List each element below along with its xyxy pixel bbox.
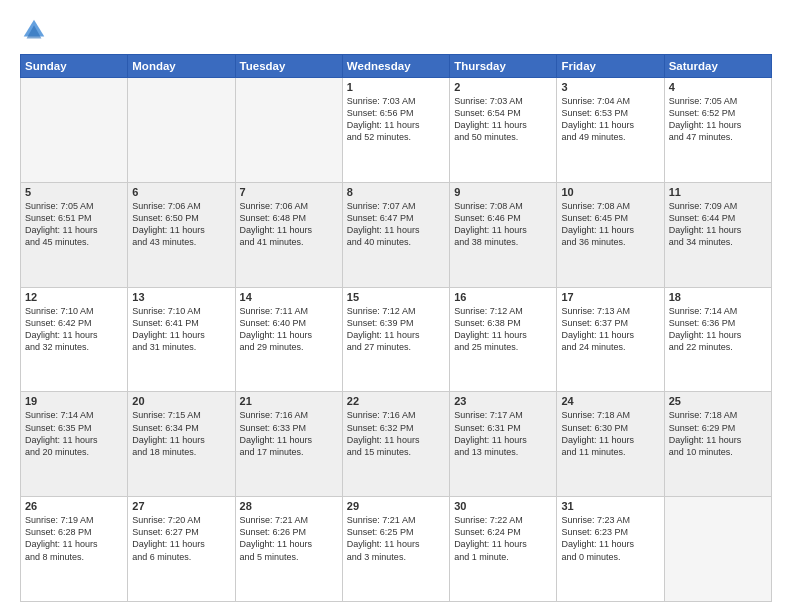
day-number: 29	[347, 500, 445, 512]
day-number: 9	[454, 186, 552, 198]
day-info: Sunrise: 7:03 AM Sunset: 6:56 PM Dayligh…	[347, 95, 445, 144]
calendar-day: 14Sunrise: 7:11 AM Sunset: 6:40 PM Dayli…	[235, 287, 342, 392]
calendar-day: 10Sunrise: 7:08 AM Sunset: 6:45 PM Dayli…	[557, 182, 664, 287]
day-number: 2	[454, 81, 552, 93]
calendar-day: 31Sunrise: 7:23 AM Sunset: 6:23 PM Dayli…	[557, 497, 664, 602]
calendar-day: 28Sunrise: 7:21 AM Sunset: 6:26 PM Dayli…	[235, 497, 342, 602]
calendar-day: 1Sunrise: 7:03 AM Sunset: 6:56 PM Daylig…	[342, 78, 449, 183]
day-number: 18	[669, 291, 767, 303]
weekday-header-tuesday: Tuesday	[235, 55, 342, 78]
day-number: 12	[25, 291, 123, 303]
day-info: Sunrise: 7:12 AM Sunset: 6:38 PM Dayligh…	[454, 305, 552, 354]
day-info: Sunrise: 7:16 AM Sunset: 6:33 PM Dayligh…	[240, 409, 338, 458]
calendar-day: 12Sunrise: 7:10 AM Sunset: 6:42 PM Dayli…	[21, 287, 128, 392]
day-number: 24	[561, 395, 659, 407]
calendar-day: 23Sunrise: 7:17 AM Sunset: 6:31 PM Dayli…	[450, 392, 557, 497]
weekday-header-wednesday: Wednesday	[342, 55, 449, 78]
calendar-day: 11Sunrise: 7:09 AM Sunset: 6:44 PM Dayli…	[664, 182, 771, 287]
calendar-day: 15Sunrise: 7:12 AM Sunset: 6:39 PM Dayli…	[342, 287, 449, 392]
calendar-day: 18Sunrise: 7:14 AM Sunset: 6:36 PM Dayli…	[664, 287, 771, 392]
day-number: 10	[561, 186, 659, 198]
day-number: 31	[561, 500, 659, 512]
day-info: Sunrise: 7:08 AM Sunset: 6:46 PM Dayligh…	[454, 200, 552, 249]
calendar-day: 17Sunrise: 7:13 AM Sunset: 6:37 PM Dayli…	[557, 287, 664, 392]
day-number: 17	[561, 291, 659, 303]
calendar-day: 27Sunrise: 7:20 AM Sunset: 6:27 PM Dayli…	[128, 497, 235, 602]
day-number: 14	[240, 291, 338, 303]
calendar-day: 24Sunrise: 7:18 AM Sunset: 6:30 PM Dayli…	[557, 392, 664, 497]
header	[20, 16, 772, 44]
calendar-day: 21Sunrise: 7:16 AM Sunset: 6:33 PM Dayli…	[235, 392, 342, 497]
day-info: Sunrise: 7:18 AM Sunset: 6:30 PM Dayligh…	[561, 409, 659, 458]
calendar-day: 22Sunrise: 7:16 AM Sunset: 6:32 PM Dayli…	[342, 392, 449, 497]
calendar-week-3: 12Sunrise: 7:10 AM Sunset: 6:42 PM Dayli…	[21, 287, 772, 392]
calendar-day: 3Sunrise: 7:04 AM Sunset: 6:53 PM Daylig…	[557, 78, 664, 183]
day-number: 20	[132, 395, 230, 407]
day-info: Sunrise: 7:21 AM Sunset: 6:25 PM Dayligh…	[347, 514, 445, 563]
calendar-day	[21, 78, 128, 183]
weekday-header-sunday: Sunday	[21, 55, 128, 78]
day-info: Sunrise: 7:04 AM Sunset: 6:53 PM Dayligh…	[561, 95, 659, 144]
day-number: 4	[669, 81, 767, 93]
calendar-day: 5Sunrise: 7:05 AM Sunset: 6:51 PM Daylig…	[21, 182, 128, 287]
day-number: 1	[347, 81, 445, 93]
calendar-week-2: 5Sunrise: 7:05 AM Sunset: 6:51 PM Daylig…	[21, 182, 772, 287]
calendar-table: SundayMondayTuesdayWednesdayThursdayFrid…	[20, 54, 772, 602]
day-info: Sunrise: 7:10 AM Sunset: 6:42 PM Dayligh…	[25, 305, 123, 354]
calendar-day	[235, 78, 342, 183]
day-number: 27	[132, 500, 230, 512]
day-info: Sunrise: 7:06 AM Sunset: 6:50 PM Dayligh…	[132, 200, 230, 249]
calendar-day: 26Sunrise: 7:19 AM Sunset: 6:28 PM Dayli…	[21, 497, 128, 602]
day-info: Sunrise: 7:15 AM Sunset: 6:34 PM Dayligh…	[132, 409, 230, 458]
calendar-day: 4Sunrise: 7:05 AM Sunset: 6:52 PM Daylig…	[664, 78, 771, 183]
calendar-week-1: 1Sunrise: 7:03 AM Sunset: 6:56 PM Daylig…	[21, 78, 772, 183]
calendar-day: 20Sunrise: 7:15 AM Sunset: 6:34 PM Dayli…	[128, 392, 235, 497]
day-info: Sunrise: 7:14 AM Sunset: 6:35 PM Dayligh…	[25, 409, 123, 458]
weekday-header-saturday: Saturday	[664, 55, 771, 78]
weekday-header-monday: Monday	[128, 55, 235, 78]
day-number: 13	[132, 291, 230, 303]
day-info: Sunrise: 7:14 AM Sunset: 6:36 PM Dayligh…	[669, 305, 767, 354]
calendar-header-row: SundayMondayTuesdayWednesdayThursdayFrid…	[21, 55, 772, 78]
calendar-day	[128, 78, 235, 183]
calendar-week-5: 26Sunrise: 7:19 AM Sunset: 6:28 PM Dayli…	[21, 497, 772, 602]
day-info: Sunrise: 7:05 AM Sunset: 6:51 PM Dayligh…	[25, 200, 123, 249]
calendar-day	[664, 497, 771, 602]
day-number: 7	[240, 186, 338, 198]
calendar-day: 29Sunrise: 7:21 AM Sunset: 6:25 PM Dayli…	[342, 497, 449, 602]
weekday-header-friday: Friday	[557, 55, 664, 78]
day-number: 23	[454, 395, 552, 407]
day-info: Sunrise: 7:11 AM Sunset: 6:40 PM Dayligh…	[240, 305, 338, 354]
day-info: Sunrise: 7:09 AM Sunset: 6:44 PM Dayligh…	[669, 200, 767, 249]
day-number: 19	[25, 395, 123, 407]
day-info: Sunrise: 7:06 AM Sunset: 6:48 PM Dayligh…	[240, 200, 338, 249]
day-number: 25	[669, 395, 767, 407]
day-number: 26	[25, 500, 123, 512]
calendar-day: 6Sunrise: 7:06 AM Sunset: 6:50 PM Daylig…	[128, 182, 235, 287]
day-info: Sunrise: 7:03 AM Sunset: 6:54 PM Dayligh…	[454, 95, 552, 144]
day-info: Sunrise: 7:07 AM Sunset: 6:47 PM Dayligh…	[347, 200, 445, 249]
weekday-header-thursday: Thursday	[450, 55, 557, 78]
logo-icon	[20, 16, 48, 44]
calendar-day: 9Sunrise: 7:08 AM Sunset: 6:46 PM Daylig…	[450, 182, 557, 287]
day-info: Sunrise: 7:10 AM Sunset: 6:41 PM Dayligh…	[132, 305, 230, 354]
day-info: Sunrise: 7:12 AM Sunset: 6:39 PM Dayligh…	[347, 305, 445, 354]
day-info: Sunrise: 7:21 AM Sunset: 6:26 PM Dayligh…	[240, 514, 338, 563]
logo	[20, 16, 52, 44]
calendar-day: 8Sunrise: 7:07 AM Sunset: 6:47 PM Daylig…	[342, 182, 449, 287]
day-number: 3	[561, 81, 659, 93]
day-number: 6	[132, 186, 230, 198]
day-number: 22	[347, 395, 445, 407]
calendar-day: 13Sunrise: 7:10 AM Sunset: 6:41 PM Dayli…	[128, 287, 235, 392]
day-info: Sunrise: 7:23 AM Sunset: 6:23 PM Dayligh…	[561, 514, 659, 563]
page: SundayMondayTuesdayWednesdayThursdayFrid…	[0, 0, 792, 612]
day-number: 11	[669, 186, 767, 198]
day-number: 16	[454, 291, 552, 303]
day-number: 28	[240, 500, 338, 512]
day-number: 30	[454, 500, 552, 512]
day-info: Sunrise: 7:18 AM Sunset: 6:29 PM Dayligh…	[669, 409, 767, 458]
day-info: Sunrise: 7:16 AM Sunset: 6:32 PM Dayligh…	[347, 409, 445, 458]
calendar-week-4: 19Sunrise: 7:14 AM Sunset: 6:35 PM Dayli…	[21, 392, 772, 497]
calendar-day: 2Sunrise: 7:03 AM Sunset: 6:54 PM Daylig…	[450, 78, 557, 183]
day-number: 15	[347, 291, 445, 303]
